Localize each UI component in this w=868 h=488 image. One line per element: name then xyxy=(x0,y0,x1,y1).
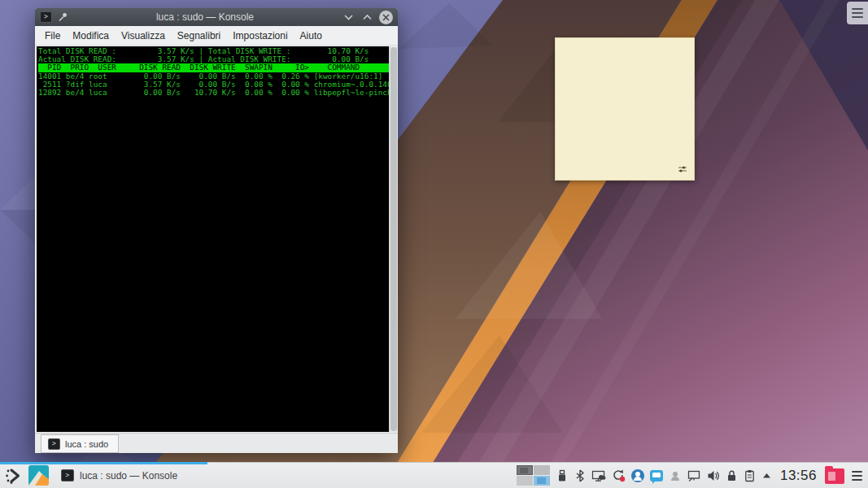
menu-item-modifica[interactable]: Modifica xyxy=(72,30,109,41)
digital-clock[interactable]: 13:56 xyxy=(778,468,819,484)
titlebar[interactable]: > luca : sudo — Konsole xyxy=(35,8,398,26)
folder-view-icon xyxy=(28,465,49,486)
display-settings-icon[interactable] xyxy=(687,469,701,482)
user-switcher-icon[interactable] xyxy=(669,469,682,482)
menu-item-impostazioni[interactable]: Impostazioni xyxy=(233,30,287,41)
volume-icon[interactable] xyxy=(707,469,720,482)
desktop-pager[interactable] xyxy=(517,465,550,486)
sticky-note-widget[interactable] xyxy=(555,37,695,181)
terminal-scrollbar[interactable] xyxy=(389,46,398,432)
desktop-toolbox[interactable] xyxy=(847,2,868,24)
menubar: File Modifica Visualizza Segnalibri Impo… xyxy=(35,26,398,46)
close-icon xyxy=(382,14,390,21)
application-launcher-button[interactable] xyxy=(2,464,24,486)
tab-label: luca : sudo xyxy=(65,439,108,449)
system-tray: 13:56 xyxy=(517,465,868,486)
menu-item-visualizza[interactable]: Visualizza xyxy=(121,30,165,41)
iotop-process-row: 12892 be/4 luca 0.00 B/s 10.70 K/s 0.00 … xyxy=(38,89,389,97)
window-title: luca : sudo — Konsole xyxy=(73,11,337,23)
menu-item-aiuto[interactable]: Aiuto xyxy=(300,30,322,41)
close-button[interactable] xyxy=(379,11,393,24)
konsole-window: > luca : sudo — Konsole xyxy=(35,8,398,453)
user-account-icon[interactable] xyxy=(631,469,644,482)
desktop: > luca : sudo — Konsole xyxy=(0,0,868,488)
menu-item-file[interactable]: File xyxy=(45,30,60,41)
updates-icon[interactable] xyxy=(612,468,626,482)
pager-desktop-2[interactable] xyxy=(534,465,550,475)
active-task-indicator xyxy=(0,462,207,464)
task-button-konsole[interactable]: > luca : sudo — Konsole xyxy=(53,463,185,488)
folder-view-launcher-button[interactable] xyxy=(28,464,50,486)
launchers: > luca : sudo — Konsole xyxy=(0,463,185,488)
terminal-icon: > xyxy=(61,469,74,481)
toolbox-hamburger-icon xyxy=(852,8,863,10)
terminal-area[interactable]: Total DISK READ : 3.57 K/s | Total DISK … xyxy=(37,46,389,432)
chevron-up-icon xyxy=(363,13,372,21)
tab-luca-sudo[interactable]: > luca : sudo xyxy=(41,434,119,453)
note-settings-icon[interactable] xyxy=(678,165,687,173)
menu-item-segnalibri[interactable]: Segnalibri xyxy=(177,30,220,41)
task-label: luca : sudo — Konsole xyxy=(80,470,177,481)
minimize-button[interactable] xyxy=(342,11,355,24)
lock-icon[interactable] xyxy=(726,469,738,482)
pager-desktop-4[interactable] xyxy=(534,476,550,486)
chevron-down-icon xyxy=(344,13,353,21)
terminal-icon: > xyxy=(48,438,60,450)
tab-bar: > luca : sudo xyxy=(35,433,398,453)
terminal-wrap: Total DISK READ : 3.57 K/s | Total DISK … xyxy=(35,46,398,433)
terminal-icon[interactable]: > xyxy=(40,11,52,23)
usb-device-icon[interactable] xyxy=(556,469,569,482)
red-folder-icon[interactable] xyxy=(825,468,844,484)
screen-share-icon[interactable] xyxy=(591,469,606,482)
instant-messenger-icon[interactable] xyxy=(650,470,663,481)
panel-settings-icon[interactable] xyxy=(850,469,864,482)
bluetooth-icon[interactable] xyxy=(574,469,586,482)
maximize-button[interactable] xyxy=(360,11,374,24)
pager-desktop-1[interactable] xyxy=(517,465,533,475)
tray-expander-caret-icon[interactable] xyxy=(761,471,772,481)
kickoff-icon xyxy=(5,467,23,485)
pager-desktop-3[interactable] xyxy=(517,476,533,486)
pin-icon[interactable] xyxy=(57,11,68,23)
taskbar-panel: > luca : sudo — Konsole xyxy=(0,462,868,488)
clipboard-icon[interactable] xyxy=(744,469,756,482)
